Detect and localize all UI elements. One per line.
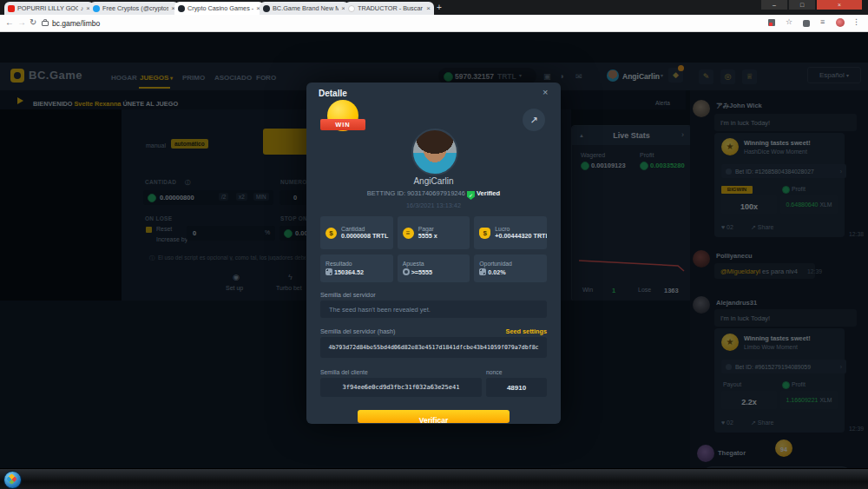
refresh-icon[interactable]: ↻ (30, 17, 36, 27)
share-button[interactable]: ↗ (523, 109, 545, 131)
target-icon (403, 268, 410, 275)
reading-list-icon[interactable]: ≡ (820, 17, 825, 26)
stat-card-cantidad: $ Cantidad0.0000008 TRTL (320, 216, 393, 249)
stat-label: Pagar (418, 226, 437, 232)
dice-icon (479, 268, 486, 275)
stat-card-pagar: ≡ Pagar5555 x (398, 216, 470, 249)
google-favicon (348, 5, 355, 12)
coin-hand-icon: $ (326, 228, 337, 239)
modal-title: Detalle (319, 89, 347, 98)
nonce-label: nonce (486, 369, 503, 375)
server-seed-field[interactable]: The seed hasn't been revealed yet. (320, 301, 547, 318)
betting-id-text: BETTING ID: 9031740697919246 (367, 189, 465, 197)
bcgame-favicon (263, 5, 270, 12)
close-icon[interactable]: × (542, 87, 548, 97)
client-seed-field[interactable]: 3f94ee6e0cd9d3fbc31f032a63e25e41 (320, 378, 482, 397)
browser-tab-bcgame[interactable]: BC.Game Brand New Medal Ever × (260, 2, 349, 15)
bookmark-star-icon[interactable]: ☆ (786, 17, 792, 26)
seed-settings-link[interactable]: Seed settings (506, 327, 547, 335)
window-close-button[interactable]: × (817, 0, 862, 10)
tab-title: TRADUCTOR - Buscar con Goog (358, 4, 424, 12)
window-minimize-button[interactable]: – (761, 0, 787, 10)
server-seed-hash-value: 4b793d72d84be55bd4d06d82e83e4517d1841dfc… (320, 344, 547, 351)
bet-detail-modal: Detalle × WIN ↗ AngiCarlin BETTING ID: 9… (306, 83, 561, 424)
browser-tab-translator[interactable]: TRADUCTOR - Buscar con Goog × (345, 2, 434, 15)
stat-label: Lucro (495, 226, 547, 232)
stat-card-oportunidad: Oportunidad 0.02% (474, 254, 547, 282)
extensions-icon[interactable] (803, 20, 810, 27)
nonce-field[interactable]: 48910 (486, 378, 547, 397)
dice-icon (326, 268, 332, 275)
tab-title: Crypto Casino Games - The 16 B (187, 4, 253, 12)
stat-value: 5555 x (418, 232, 437, 240)
betting-id-row: BETTING ID: 9031740697919246 ✓ Verified (306, 189, 561, 200)
tab-title: POPURRI LILLY GOODMAN (17, 4, 78, 12)
modal-username: AngiCarlin (306, 176, 561, 186)
stat-value: 150364.52 (334, 268, 364, 276)
stat-value: 0.02% (488, 268, 505, 276)
server-seed-label: Semilla del servidor (320, 291, 376, 299)
forward-icon[interactable]: → (17, 17, 26, 27)
tab-title: BC.Game Brand New Medal Ever (273, 4, 339, 12)
tab-title: Free Cryptos (@cryptosfaucets) (102, 4, 168, 12)
bcgame-favicon (178, 5, 185, 12)
verified-label: Verified (477, 189, 500, 197)
screen: POPURRI LILLY GOODMAN ♪ × Free Cryptos (… (0, 0, 868, 489)
tab-close-icon[interactable]: × (426, 4, 431, 12)
start-button[interactable] (3, 471, 22, 489)
coins-icon: ≡ (403, 228, 414, 239)
browser-tabstrip: POPURRI LILLY GOODMAN ♪ × Free Cryptos (… (0, 0, 868, 15)
browser-tab-active[interactable]: Crypto Casino Games - The 16 B × (174, 2, 264, 15)
stat-label: Oportunidad (479, 261, 511, 267)
share-icon: ↗ (529, 115, 537, 125)
stat-value: 0.0000008 TRTL (341, 232, 388, 240)
stat-card-lucro: $ Lucro+0.00444320 TRTL (474, 216, 547, 249)
verify-button[interactable]: Verificar (358, 410, 510, 423)
padlock-icon (42, 21, 49, 26)
audio-icon: ♪ (81, 5, 84, 11)
nonce-value: 48910 (486, 384, 547, 392)
stat-label: Resultado (326, 261, 352, 267)
stat-card-resultado: Resultado 150364.52 (320, 254, 393, 282)
server-seed-value: The seed hasn't been revealed yet. (329, 306, 431, 314)
stat-value: +0.00444320 TRTL (495, 232, 547, 240)
stat-label: Cantidad (341, 226, 388, 232)
browser-addressbar: ← → ↻ bc.game/limbo ☆ ≡ ⋮ (0, 15, 868, 32)
bet-stat-cards: $ Cantidad0.0000008 TRTL ≡ Pagar5555 x $… (320, 216, 547, 282)
twitter-favicon (93, 5, 100, 12)
verified-shield-icon: ✓ (467, 191, 475, 200)
browser-menu-icon[interactable]: ⋮ (852, 17, 860, 26)
translate-badge (769, 23, 773, 26)
stat-value: >=5555 (411, 268, 432, 276)
stat-card-apuesta: Apuesta >=5555 (398, 254, 470, 282)
new-tab-button[interactable]: + (433, 3, 445, 13)
user-avatar[interactable] (411, 129, 458, 175)
youtube-favicon (8, 5, 15, 12)
server-seed-hash-field[interactable]: 4b793d72d84be55bd4d06d82e83e4517d1841dfc… (320, 337, 547, 358)
server-seed-hash-label: Semilla del servidor (hash) (320, 327, 395, 335)
client-seed-value: 3f94ee6e0cd9d3fbc31f032a63e25e41 (320, 384, 482, 391)
bet-timestamp: 16/3/2021 13:13:42 (306, 202, 561, 209)
url-field[interactable]: bc.game/limbo (52, 19, 100, 28)
client-seed-label: Semilla del cliente (320, 369, 368, 375)
win-badge-ribbon: WIN (320, 119, 365, 130)
window-maximize-button[interactable]: □ (789, 0, 815, 10)
money-bag-icon: $ (479, 228, 490, 239)
back-icon[interactable]: ← (5, 17, 14, 27)
windows-taskbar: ES ▲ 01:17 p.m. 16/03/2021 (0, 468, 868, 489)
stat-label: Apuesta (403, 261, 424, 267)
browser-profile-avatar[interactable] (836, 18, 845, 27)
browser-tab-youtube[interactable]: POPURRI LILLY GOODMAN ♪ × (4, 2, 94, 15)
browser-tab-twitter[interactable]: Free Cryptos (@cryptosfaucets) × (89, 2, 179, 15)
